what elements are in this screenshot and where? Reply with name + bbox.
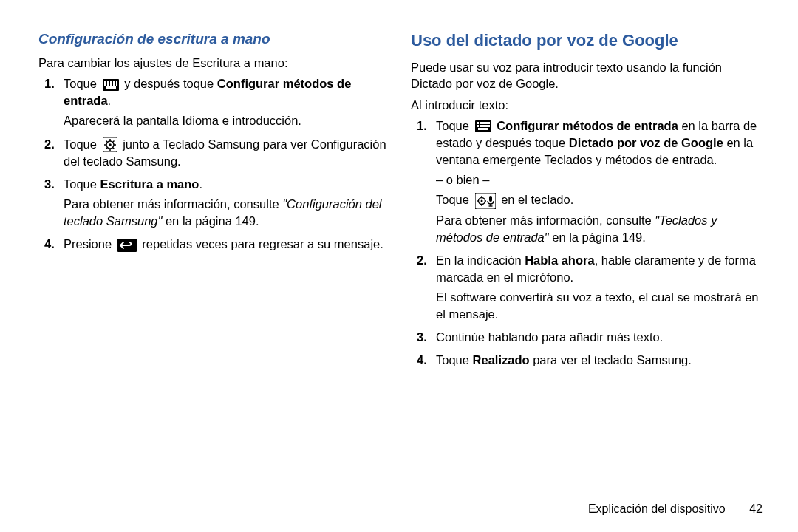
text-run: repetidas veces para regresar a su mensa… [139,237,383,250]
svg-line-19 [106,141,107,143]
list-item: 1.Toque Configurar métodos de entrada en… [417,117,763,249]
svg-rect-10 [116,83,117,86]
svg-rect-33 [485,125,488,127]
svg-rect-29 [488,122,490,124]
step-body: Continúe hablando para añadir más texto. [436,329,763,349]
right-column: Uso del dictado por voz de Google Puede … [411,31,763,375]
handwriting-steps: 1.Toque y después toque Configurar métod… [38,75,390,256]
left-column: Configuración de escritura a mano Para c… [38,31,390,375]
svg-rect-34 [488,125,490,127]
text-run: y después toque [121,77,217,90]
step-line: Toque junto a Teclado Samsung para ver C… [64,136,390,170]
text-run: Realizado [473,353,530,366]
step-body: Toque Escritura a mano.Para obtener más … [64,176,390,233]
text-run: Toque [436,353,473,366]
svg-rect-31 [480,125,482,127]
keyboard-icon [103,79,119,91]
svg-rect-4 [113,81,115,83]
svg-line-21 [112,141,114,143]
step-line: En la indicación Habla ahora, hable clar… [436,252,763,286]
gear-box-icon [103,137,117,152]
step-body: Toque Realizado para ver el teclado Sams… [436,352,763,372]
page-content: Configuración de escritura a mano Para c… [38,31,763,375]
step-line: Toque Realizado para ver el teclado Sams… [436,352,763,369]
text-run: . [199,177,202,191]
keyboard-icon [475,120,491,132]
voice-steps: 1.Toque Configurar métodos de entrada en… [411,117,763,372]
back-icon [117,239,137,252]
step-line: El software convertirá su voz a texto, e… [436,289,763,323]
svg-line-22 [106,148,107,149]
step-body: Toque y después toque Configurar métodos… [64,75,390,132]
step-line: Aparecerá la pantalla Idioma e introducc… [64,112,390,129]
svg-rect-28 [485,122,488,124]
svg-rect-2 [107,81,109,83]
svg-rect-5 [116,81,117,83]
step-body: Presione repetidas veces para regresar a… [64,236,390,256]
step-body: Toque junto a Teclado Samsung para ver C… [64,136,390,173]
step-line: Para obtener más información, consulte "… [436,212,763,246]
voice-heading: Uso del dictado por voz de Google [411,31,763,50]
step-line: Toque en el teclado. [436,191,763,209]
step-line: Toque y después toque Configurar métodos… [64,75,390,109]
svg-rect-25 [477,122,479,124]
text-run: en la página 149. [162,214,259,228]
text-run: Habla ahora [525,253,594,267]
step-body: Toque Configurar métodos de entrada en l… [436,117,763,249]
step-line: Continúe hablando para añadir más texto. [436,329,763,346]
svg-rect-9 [113,83,115,86]
list-item: 4.Toque Realizado para ver el teclado Sa… [417,352,763,372]
svg-rect-32 [482,125,485,127]
step-line: Para obtener más información, consulte "… [64,196,390,230]
svg-rect-3 [110,81,112,83]
svg-rect-30 [477,125,479,127]
text-run: . [108,94,112,107]
list-item: 4.Presione repetidas veces para regresar… [44,236,390,256]
step-number: 4. [417,352,436,372]
list-item: 2.En la indicación Habla ahora, hable cl… [417,252,763,326]
step-number: 3. [417,329,436,349]
text-run: Toque [64,77,100,90]
svg-rect-7 [107,83,109,86]
svg-rect-8 [110,83,112,86]
text-run: Configurar métodos de entrada [497,119,678,132]
text-run: en el teclado. [498,193,574,206]
step-number: 2. [417,252,436,326]
handwriting-heading: Configuración de escritura a mano [38,31,390,47]
text-run: Toque [64,137,100,151]
gear-mic-icon [475,193,496,209]
text-run: Continúe hablando para añadir más texto. [436,330,663,344]
text-run: El software convertirá su voz a texto, e… [436,290,759,321]
svg-rect-6 [104,83,106,86]
page-footer: Explicación del dispositivo 42 [588,502,763,516]
svg-point-14 [109,143,112,146]
step-line: Toque Escritura a mano. [64,176,390,193]
svg-point-38 [480,200,482,202]
svg-rect-11 [106,86,116,89]
step-body: En la indicación Habla ahora, hable clar… [436,252,763,326]
handwriting-intro: Para cambiar los ajustes de Escritura a … [38,55,390,71]
step-number: 2. [44,136,64,173]
text-run: En la indicación [436,253,525,267]
svg-rect-43 [489,196,492,202]
step-number: 3. [44,176,64,233]
svg-rect-27 [482,122,485,124]
text-run: Presione [64,237,115,250]
text-run: Toque [436,193,473,206]
svg-rect-26 [480,122,482,124]
text-run: Para obtener más información, consulte [64,197,282,211]
text-run: Para obtener más información, consulte [436,214,655,227]
text-run: Toque [436,119,473,132]
step-number: 4. [44,236,64,256]
step-number: 1. [417,117,436,249]
svg-line-20 [112,148,114,149]
footer-page-number: 42 [749,502,763,516]
svg-rect-35 [478,128,488,130]
text-run: Aparecerá la pantalla Idioma e introducc… [64,114,301,127]
text-run: para ver el teclado Samsung. [530,353,692,366]
text-run: Escritura a mano [100,177,200,191]
step-line: – o bien – [436,171,763,188]
svg-rect-1 [104,81,106,83]
step-number: 1. [44,75,64,132]
text-run: en la página 149. [549,231,646,244]
